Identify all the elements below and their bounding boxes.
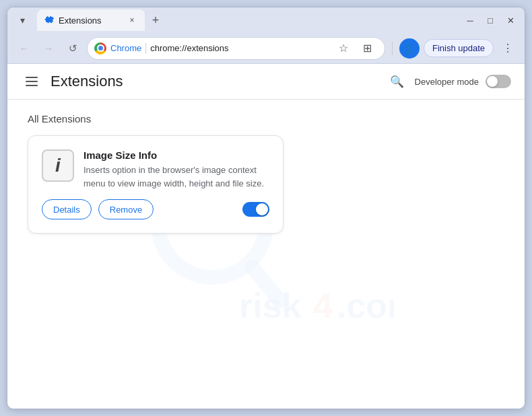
browser-window: ▾ Extensions × + ─ □ ✕ ← → ↺ Chrome <box>7 7 525 409</box>
developer-mode-toggle[interactable] <box>486 75 511 88</box>
finish-update-label: Finish update <box>432 43 485 53</box>
tab-close-btn[interactable]: × <box>126 14 138 26</box>
minimize-btn[interactable]: ─ <box>461 11 479 29</box>
svg-text:4: 4 <box>313 286 333 325</box>
tab-label: Extensions <box>59 15 102 26</box>
card-info: Image Size Info Inserts option in the br… <box>84 149 269 190</box>
tab-extension-icon <box>44 15 55 26</box>
address-divider <box>145 43 146 54</box>
extension-card: i Image Size Info Inserts option in the … <box>28 135 284 234</box>
back-btn[interactable]: ← <box>14 38 34 59</box>
menu-btn[interactable]: ⋮ <box>498 38 518 59</box>
main-area: risk 4 .com All Extensions i Image Size … <box>7 100 525 409</box>
page-title: Extensions <box>51 73 123 90</box>
profile-btn[interactable]: 👤 <box>399 38 420 59</box>
title-bar: ▾ Extensions × + ─ □ ✕ <box>7 7 525 33</box>
all-extensions-label: All Extensions <box>28 113 504 125</box>
svg-text:.com: .com <box>337 286 394 325</box>
hamburger-line <box>26 77 38 78</box>
extensions-header: Extensions 🔍 Developer mode <box>7 64 525 100</box>
address-text: chrome://extensions <box>150 43 329 53</box>
profile-icon: 👤 <box>403 43 415 54</box>
maximize-btn[interactable]: □ <box>481 11 499 29</box>
hamburger-btn[interactable] <box>21 71 42 92</box>
finish-update-btn[interactable]: Finish update <box>424 39 494 57</box>
extensions-puzzle-btn[interactable]: ⊞ <box>358 38 378 59</box>
toolbar: ← → ↺ Chrome chrome://extensions ☆ ⊞ 👤 F… <box>7 33 525 64</box>
active-tab[interactable]: Extensions × <box>37 9 145 31</box>
details-btn[interactable]: Details <box>42 199 92 219</box>
page-content: Extensions 🔍 Developer mode risk 4 .com <box>7 64 525 409</box>
tab-dropdown-btn[interactable]: ▾ <box>13 11 32 30</box>
search-btn[interactable]: 🔍 <box>387 71 408 92</box>
card-bottom: Details Remove <box>42 199 269 219</box>
toolbar-divider <box>392 42 393 55</box>
tab-area: Extensions × + <box>34 9 459 31</box>
chrome-logo-icon <box>94 42 106 55</box>
extension-toggle[interactable] <box>242 202 269 217</box>
address-bar[interactable]: Chrome chrome://extensions ☆ ⊞ <box>87 37 385 60</box>
title-bar-left: ▾ <box>13 11 32 30</box>
remove-btn[interactable]: Remove <box>98 199 154 219</box>
hamburger-line <box>26 81 38 82</box>
hamburger-line <box>26 85 38 86</box>
bookmark-btn[interactable]: ☆ <box>333 38 354 59</box>
chrome-label: Chrome <box>110 43 141 53</box>
extension-icon: i <box>42 149 74 182</box>
svg-text:risk: risk <box>239 286 302 325</box>
close-btn[interactable]: ✕ <box>502 11 519 29</box>
extension-description: Inserts option in the browser's image co… <box>84 164 269 190</box>
header-right: 🔍 Developer mode <box>387 71 511 92</box>
new-tab-btn[interactable]: + <box>146 11 165 30</box>
card-top: i Image Size Info Inserts option in the … <box>42 149 269 190</box>
dev-mode-label: Developer mode <box>415 77 479 87</box>
forward-btn[interactable]: → <box>38 38 59 59</box>
svg-line-1 <box>253 267 279 301</box>
reload-btn[interactable]: ↺ <box>63 38 83 59</box>
window-controls: ─ □ ✕ <box>461 11 519 29</box>
extension-name: Image Size Info <box>84 149 269 161</box>
